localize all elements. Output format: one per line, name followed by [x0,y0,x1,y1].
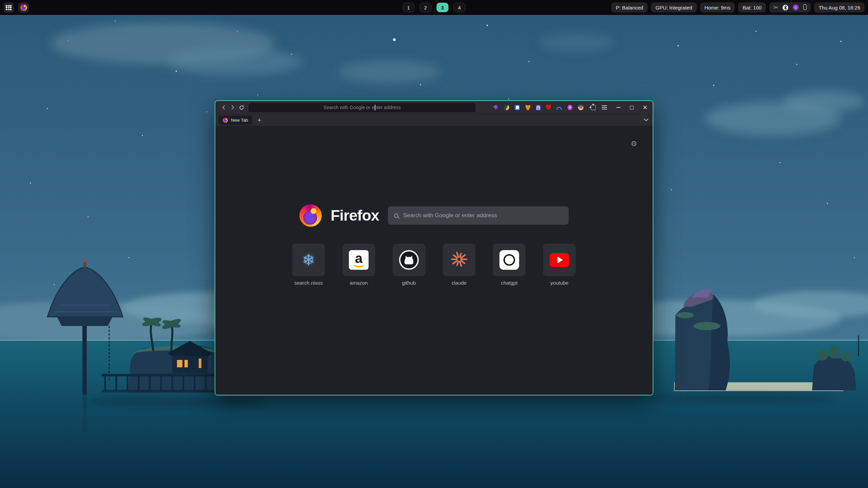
youtube-play-icon [550,253,569,267]
firefox-logo [299,204,322,227]
shortcut-label: chatgpt [501,280,517,286]
status-pill[interactable]: Bat: 100 [738,2,766,13]
status-pill[interactable]: GPU: Integrated [651,2,696,13]
shortcut-tile [493,244,526,276]
system-tray: ✂ [769,2,811,13]
maximize-button[interactable] [628,104,635,111]
tab-favicon [223,118,228,123]
claude-starburst-icon [450,250,468,270]
shortcut-label: claude [452,280,467,286]
scissors-icon[interactable]: ✂ [773,5,778,11]
browser-toolbar [215,101,653,114]
toolbar-right [590,105,607,110]
shortcut-label: amazon [350,280,368,286]
reload-button[interactable] [237,103,246,112]
workspace-switcher: 1234 [403,3,466,12]
gem-extension-icon[interactable] [493,105,498,110]
shortcut-tile [543,244,576,276]
chatgpt-knot-icon [499,250,519,270]
forward-button[interactable] [228,103,237,112]
close-button[interactable] [641,104,649,111]
amazon-icon: a [349,250,369,270]
shortcut-tile: a [342,244,375,276]
shortcut-label: github [402,280,416,286]
top-status-bar: 1234 P: BalancedGPU: IntegratedHome: 9ms… [0,0,868,15]
minimize-button[interactable] [615,104,622,111]
app-grid-icon [6,5,12,10]
status-pill[interactable]: Home: 9ms [700,2,735,13]
back-button[interactable] [219,103,228,112]
personalize-gear-icon[interactable]: ⚙ [631,140,637,147]
flame-icon[interactable] [793,4,799,11]
shortcut-tile [443,244,475,276]
shortcut-claude[interactable]: claude [442,244,476,286]
status-pill[interactable]: P: Balanced [611,2,648,13]
search-icon [394,214,398,218]
ublock-origin-extension-icon[interactable] [546,105,551,110]
workspace-button-2[interactable]: 2 [420,3,432,12]
shortcut-tile [393,244,425,276]
newtab-hero: Firefox [299,204,569,227]
shortcut-github[interactable]: github [392,244,426,286]
bluetooth-icon[interactable] [783,5,788,11]
shortcut-grid: ❄search.nixosaamazongithubclaudechatgpty… [215,244,653,286]
shortcut-amazon[interactable]: aamazon [342,244,376,286]
extensions-puzzle-button[interactable] [590,105,596,110]
firefox-icon [20,4,27,11]
extension-buttons [493,105,584,110]
shortcut-chatgpt[interactable]: chatgpt [492,244,526,286]
shortcut-label: search.nixos [294,280,323,286]
app-menu-button[interactable] [601,105,607,110]
ghostery-ghost-extension-icon[interactable] [536,105,540,110]
url-input[interactable] [249,103,476,112]
status-area: P: BalancedGPU: IntegratedHome: 9msBat: … [611,2,865,13]
list-all-tabs-button[interactable] [644,119,648,121]
shortcut-tile: ❄ [292,244,325,276]
metamask-fox-extension-icon[interactable] [525,105,531,110]
goggles-avatar-extension-icon[interactable] [578,105,584,110]
desktop: 1234 P: BalancedGPU: IntegratedHome: 9ms… [0,0,868,488]
new-tab-button[interactable]: + [257,117,261,123]
url-bar[interactable] [249,103,476,112]
hexagon-asterisk-extension-icon[interactable] [567,105,573,110]
workspace-button-4[interactable]: 4 [454,3,466,12]
nixos-snowflake-icon: ❄ [302,252,315,268]
newtab-search-input[interactable] [403,212,563,219]
clock[interactable]: Thu Aug 08, 18:26 [814,2,865,13]
firefox-wordmark: Firefox [331,207,379,224]
password-manager-extension-icon[interactable] [515,105,520,110]
window-controls [615,104,649,111]
tab-label: New Tab [231,118,248,123]
new-tab-page: ⚙ Firefox ❄search.nixosaamazongithubclau… [215,126,653,395]
workspace-button-3[interactable]: 3 [437,3,449,12]
shortcut-label: youtube [550,280,568,286]
firefox-window: New Tab + ⚙ Firefox ❄search.nixosaamazon… [215,100,653,395]
shortcut-search.nixos[interactable]: ❄search.nixos [292,244,326,286]
github-octocat-icon [399,250,419,270]
firefox-launcher-button[interactable] [18,2,29,13]
tab-bar: New Tab + [215,114,653,126]
tab-new-tab[interactable]: New Tab [218,116,252,125]
app-grid-launcher-button[interactable] [3,2,14,13]
vpn-arc-extension-icon[interactable] [556,107,562,110]
newtab-search-bar[interactable] [388,206,569,225]
dark-reader-extension-icon[interactable] [504,105,509,110]
shortcut-youtube[interactable]: youtube [542,244,576,286]
text-caret [375,105,375,110]
workspace-button-1[interactable]: 1 [403,3,415,12]
phone-icon[interactable] [803,4,807,11]
